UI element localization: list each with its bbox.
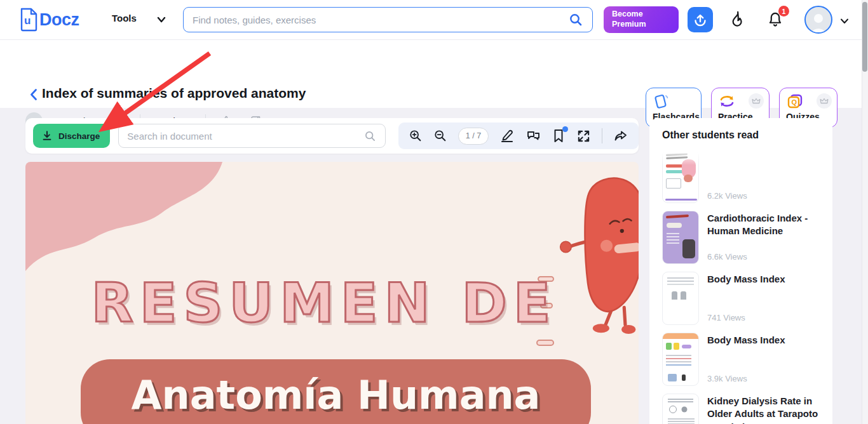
bookmark-active-dot bbox=[562, 126, 568, 132]
thumbnail-art bbox=[672, 291, 677, 300]
document-toolbar: Discharge 1 / 7 bbox=[25, 118, 639, 154]
zoom-out-icon bbox=[433, 129, 447, 143]
udocz-logo[interactable]: u Docz bbox=[19, 8, 79, 32]
svg-text:Q: Q bbox=[792, 98, 797, 106]
fullscreen-button[interactable] bbox=[576, 129, 591, 143]
tools-chevron-down-icon[interactable] bbox=[155, 13, 168, 26]
thumbnail-art bbox=[668, 418, 695, 420]
bookmark-button[interactable] bbox=[552, 128, 566, 143]
sidebar-heading: Other students read bbox=[662, 129, 820, 141]
thumbnail-art bbox=[682, 239, 695, 258]
become-premium-button[interactable]: Become Premium bbox=[604, 6, 679, 33]
user-avatar[interactable] bbox=[804, 6, 832, 34]
logo-text: Docz bbox=[39, 10, 79, 30]
highlighter-button[interactable] bbox=[499, 128, 515, 143]
doc-thumbnail[interactable] bbox=[662, 150, 699, 203]
thumbnail-art bbox=[666, 355, 691, 356]
cover-dash-decoration bbox=[536, 340, 554, 346]
thumbnail-art bbox=[682, 345, 691, 348]
zoom-out-button[interactable] bbox=[433, 129, 447, 143]
thumbnail-art bbox=[682, 374, 686, 381]
divider bbox=[602, 128, 602, 143]
account-chevron-down-icon[interactable] bbox=[839, 15, 850, 27]
share-button[interactable] bbox=[613, 128, 628, 143]
thumbnail-art bbox=[666, 153, 688, 156]
recommended-documents-list: 6.2k Views Cardiothoracic Index - Human … bbox=[662, 150, 820, 424]
page-indicator: 1 / 7 bbox=[458, 128, 489, 145]
svg-text:u: u bbox=[24, 15, 31, 27]
search-icon[interactable] bbox=[568, 12, 583, 27]
thumbnail-art bbox=[666, 178, 681, 189]
thumbnail-art bbox=[663, 333, 698, 339]
top-navbar: u Docz Tools Become Premium 1 bbox=[0, 0, 868, 39]
document-header: Index of summaries of approved anatomy E… bbox=[0, 39, 868, 108]
crown-icon bbox=[752, 97, 761, 105]
download-button[interactable]: Discharge bbox=[33, 124, 110, 148]
page-scrollbar[interactable] bbox=[862, 0, 868, 424]
doc-item-title[interactable]: Kidney Dialysis Rate in Older Adults at … bbox=[707, 395, 820, 424]
document-search-input[interactable] bbox=[127, 131, 363, 142]
cover-title-line1: RESUMEN DE bbox=[70, 271, 578, 335]
doc-item-views: 6.6k Views bbox=[707, 252, 820, 262]
thumbnail-art bbox=[666, 170, 684, 173]
list-item[interactable]: Body Mass Index 741 Views bbox=[662, 272, 820, 325]
comments-icon bbox=[526, 128, 541, 143]
list-item-text: Body Mass Index 3.9k Views bbox=[707, 333, 820, 386]
notification-badge: 1 bbox=[778, 6, 789, 17]
document-search-bar[interactable] bbox=[118, 124, 386, 148]
list-item-text: Body Mass Index 741 Views bbox=[707, 272, 820, 325]
comments-button[interactable] bbox=[526, 128, 541, 143]
thumbnail-art bbox=[667, 223, 682, 228]
doc-thumbnail[interactable] bbox=[662, 272, 699, 325]
global-search-bar[interactable] bbox=[183, 7, 593, 32]
udocz-document-icon: u bbox=[19, 8, 38, 32]
doc-item-title[interactable]: Cardiothoracic Index - Human Medicine bbox=[707, 212, 820, 238]
notifications-button[interactable]: 1 bbox=[766, 10, 784, 31]
document-viewer-page[interactable]: RESUMEN DE Anatomía Humana bbox=[25, 162, 639, 424]
doc-item-views: 3.9k Views bbox=[707, 374, 820, 383]
doc-item-title[interactable]: Body Mass Index bbox=[707, 273, 820, 286]
premium-label-line1: Become bbox=[612, 10, 643, 18]
practice-loop-icon bbox=[718, 93, 736, 110]
streak-flame-icon[interactable] bbox=[728, 10, 746, 29]
scrollbar-thumb[interactable] bbox=[862, 2, 867, 72]
doc-item-title[interactable]: Body Mass Index bbox=[707, 334, 820, 347]
upload-button[interactable] bbox=[688, 7, 713, 32]
doc-thumbnail[interactable] bbox=[662, 333, 699, 386]
list-item[interactable]: Kidney Dialysis Rate in Older Adults at … bbox=[662, 394, 820, 424]
thumbnail-art bbox=[666, 343, 672, 350]
premium-label-line2: Premium bbox=[612, 20, 646, 29]
zoom-in-icon bbox=[409, 129, 423, 143]
doc-item-views: 741 Views bbox=[707, 313, 820, 322]
thumbnail-art bbox=[674, 343, 679, 350]
cover-title-line2: Anatomía Humana bbox=[81, 372, 591, 418]
list-item[interactable]: Body Mass Index 3.9k Views bbox=[662, 333, 820, 386]
fullscreen-icon bbox=[576, 129, 591, 143]
heart-character-illustration bbox=[559, 162, 639, 365]
thumbnail-art bbox=[684, 175, 693, 182]
list-item[interactable]: 6.2k Views bbox=[662, 150, 820, 203]
share-icon bbox=[613, 128, 628, 143]
doc-thumbnail[interactable] bbox=[662, 211, 699, 264]
thumbnail-art bbox=[665, 199, 697, 201]
thumbnail-art bbox=[668, 374, 677, 381]
premium-crown-badge bbox=[749, 93, 764, 109]
global-search-input[interactable] bbox=[193, 15, 568, 25]
list-item[interactable]: Cardiothoracic Index - Human Medicine 6.… bbox=[662, 211, 820, 264]
upload-icon bbox=[693, 12, 708, 27]
flashcards-icon bbox=[653, 93, 669, 110]
search-icon bbox=[363, 129, 377, 143]
quizzes-icon: Q bbox=[786, 93, 804, 110]
back-button[interactable] bbox=[28, 88, 39, 102]
list-item-text: 6.2k Views bbox=[707, 150, 820, 203]
thumbnail-art bbox=[667, 233, 679, 234]
thumbnail-art bbox=[667, 277, 694, 279]
tools-menu[interactable]: Tools bbox=[112, 13, 137, 23]
doc-thumbnail[interactable] bbox=[662, 394, 699, 424]
zoom-in-button[interactable] bbox=[409, 129, 423, 143]
person-silhouette-icon bbox=[807, 11, 830, 32]
cover-banner: Anatomía Humana bbox=[81, 359, 591, 424]
list-item-text: Kidney Dialysis Rate in Older Adults at … bbox=[707, 394, 820, 424]
download-icon bbox=[41, 130, 53, 142]
premium-crown-badge bbox=[817, 93, 832, 109]
